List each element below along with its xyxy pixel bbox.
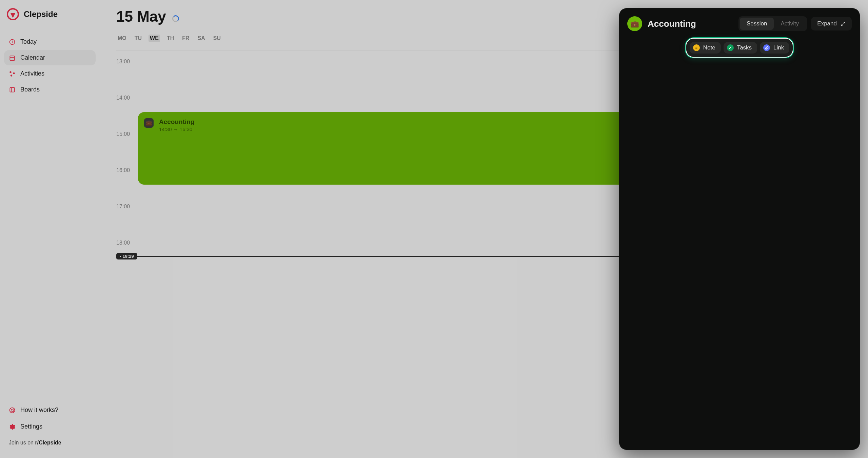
tab-session[interactable]: Session	[740, 18, 774, 30]
sidebar-item-calendar[interactable]: Calendar	[4, 50, 96, 65]
sidebar-item-activities[interactable]: Activities	[4, 66, 96, 81]
how-it-works-link[interactable]: How it works?	[4, 402, 96, 418]
settings-link[interactable]: Settings	[4, 419, 96, 434]
check-icon: ✓	[727, 44, 734, 51]
link-icon	[763, 44, 770, 51]
link-pill[interactable]: Link	[760, 42, 789, 54]
hour-label: 14:00	[116, 95, 135, 101]
panel-title: Accounting	[648, 19, 696, 29]
calendar-icon	[9, 55, 16, 61]
boards-icon	[9, 86, 16, 93]
hour-label: 13:00	[116, 59, 135, 65]
loading-spinner-icon	[172, 15, 179, 22]
date-title: 15 May	[116, 8, 166, 25]
weekday-su[interactable]: SU	[212, 35, 222, 42]
nav-label: Activities	[20, 70, 44, 77]
join-prefix: Join us on	[9, 440, 35, 445]
svg-rect-5	[10, 87, 14, 92]
nav-label: Today	[20, 38, 37, 45]
svg-rect-1	[10, 56, 14, 60]
note-icon: ≡	[693, 44, 700, 51]
reddit-link[interactable]: Join us on r/Clepside	[4, 436, 96, 450]
svg-point-3	[13, 72, 15, 74]
hour-label: 16:00	[116, 167, 135, 173]
sidebar: Clepside Today Calendar Activities Board…	[0, 0, 100, 458]
clock-icon	[9, 39, 16, 45]
weekday-tu[interactable]: TU	[133, 35, 143, 42]
tab-activity[interactable]: Activity	[774, 18, 806, 30]
event-emoji-badge: 💼	[144, 118, 154, 128]
panel-emoji-badge: 💼	[627, 16, 642, 31]
weekday-mo[interactable]: MO	[116, 35, 128, 42]
pill-label: Note	[703, 44, 715, 51]
hour-label: 17:00	[116, 204, 135, 210]
nav-label: Calendar	[20, 54, 45, 61]
weekday-th[interactable]: TH	[165, 35, 175, 42]
panel-tabs: Session Activity	[738, 16, 807, 31]
pill-label: Link	[773, 44, 784, 51]
app-logo-icon	[7, 8, 19, 20]
hour-label: 18:00	[116, 240, 135, 246]
expand-label: Expand	[817, 20, 837, 27]
expand-button[interactable]: Expand	[811, 17, 852, 30]
nodes-icon	[9, 70, 16, 77]
sidebar-item-boards[interactable]: Boards	[4, 82, 96, 97]
gear-icon	[9, 423, 16, 430]
app-name: Clepside	[24, 9, 58, 19]
current-time-badge: 18:29	[116, 253, 137, 259]
help-icon	[9, 407, 16, 414]
svg-point-2	[10, 71, 11, 73]
note-pill[interactable]: ≡ Note	[690, 42, 721, 54]
tasks-pill[interactable]: ✓ Tasks	[724, 42, 757, 54]
settings-label: Settings	[20, 423, 42, 430]
detail-panel: 💼 Accounting Session Activity Expand ≡ N…	[619, 8, 860, 450]
weekday-fr[interactable]: FR	[181, 35, 191, 42]
pill-label: Tasks	[737, 44, 752, 51]
expand-icon	[840, 21, 846, 26]
how-label: How it works?	[20, 407, 58, 414]
weekday-sa[interactable]: SA	[196, 35, 206, 42]
attachment-pill-group: ≡ Note ✓ Tasks Link	[686, 38, 794, 58]
svg-point-4	[11, 75, 12, 76]
weekday-we[interactable]: WE	[149, 35, 160, 42]
sidebar-item-today[interactable]: Today	[4, 34, 96, 49]
svg-point-7	[11, 409, 14, 411]
hour-label: 15:00	[116, 131, 135, 137]
join-target: r/Clepside	[35, 440, 61, 445]
app-logo-row: Clepside	[4, 8, 96, 28]
nav-label: Boards	[20, 86, 40, 93]
